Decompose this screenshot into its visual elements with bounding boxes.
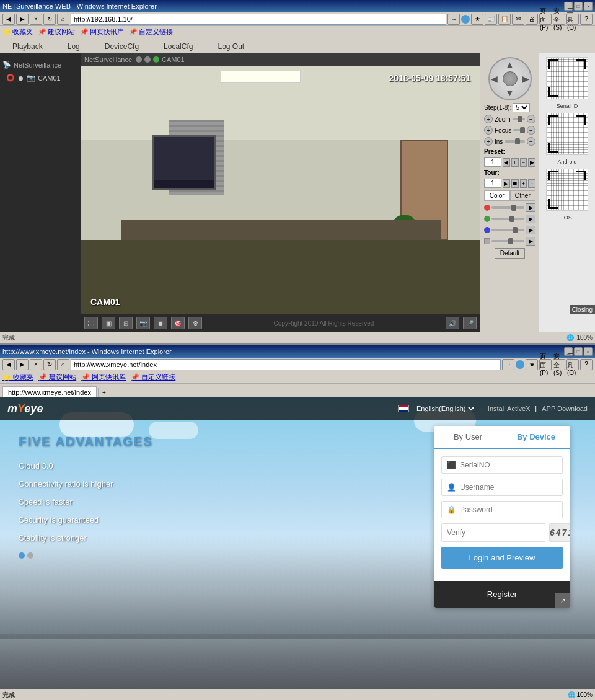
feeds-icon[interactable]: 📰 [485, 14, 497, 25]
home-btn[interactable]: ⌂ [57, 14, 69, 25]
ptz-btn[interactable]: 🎯 [171, 317, 185, 329]
bottom-custom-link[interactable]: 📌 自定义链接 [131, 373, 175, 382]
refresh-btn[interactable]: ↻ [43, 14, 56, 25]
bottom-refresh-btn[interactable]: ↻ [43, 359, 56, 370]
bottom-new-tab-btn[interactable]: + [98, 388, 110, 397]
logout-menu[interactable]: Log Out [205, 41, 257, 52]
pause-indicator[interactable] [144, 56, 151, 63]
serial-input[interactable] [460, 461, 557, 469]
tour-play-btn[interactable]: ▶ [503, 179, 510, 188]
snapshot-btn[interactable]: 📷 [136, 317, 150, 329]
username-input[interactable] [460, 483, 557, 492]
color-slider-3[interactable] [491, 229, 524, 231]
go-btn[interactable]: → [447, 14, 460, 25]
bottom-forward-btn[interactable]: ▶ [16, 359, 29, 370]
record-btn[interactable]: ⏺ [154, 317, 167, 329]
tab-by-user[interactable]: By User [434, 426, 502, 448]
suggest-link[interactable]: 📌 建议网站 [38, 27, 75, 37]
bottom-tools-btn[interactable]: 工具(O) [566, 359, 579, 370]
preset-go-btn[interactable]: ▶ [528, 158, 536, 167]
tab-by-device[interactable]: By Device [502, 426, 570, 449]
color-tab-other[interactable]: Other [510, 190, 536, 201]
layout4-btn[interactable]: ⊞ [119, 317, 133, 329]
devicecfg-menu[interactable]: DeviceCfg [92, 41, 151, 52]
ins-slider[interactable] [505, 140, 525, 143]
custom-link[interactable]: 📌 自定义链接 [129, 27, 173, 37]
bottom-suggest-link[interactable]: 📌 建议网站 [38, 373, 76, 382]
forward-btn[interactable]: ▶ [16, 14, 29, 25]
back-btn[interactable]: ◀ [2, 14, 15, 25]
favorites-icon[interactable]: ★ [471, 14, 483, 25]
color-slider-1[interactable] [491, 206, 524, 209]
tour-add-btn[interactable]: + [520, 179, 527, 188]
tour-num-input[interactable] [484, 179, 501, 188]
color-1-right-btn[interactable]: ▶ [526, 203, 536, 212]
adv-dot-2[interactable] [27, 552, 33, 559]
ptz-down-arrow[interactable]: ▼ [506, 88, 514, 98]
ins-minus-btn[interactable]: − [527, 137, 536, 146]
preset-add-btn[interactable]: + [511, 158, 519, 167]
tour-stop-btn[interactable]: ⏹ [511, 179, 519, 188]
color-slider-4[interactable] [491, 240, 524, 242]
top-address-bar[interactable] [71, 14, 446, 25]
print-icon[interactable]: 🖨 [526, 14, 538, 25]
bottom-go-btn[interactable]: → [502, 359, 514, 370]
fullscreen-btn[interactable]: ⛶ [84, 317, 98, 329]
adv-dot-1[interactable] [19, 552, 25, 559]
mic-btn[interactable]: 🎤 [463, 317, 477, 329]
bottom-safety-btn[interactable]: 安全(S) [553, 359, 565, 370]
play-indicator[interactable] [153, 56, 159, 63]
zoom-minus-btn[interactable]: − [527, 115, 536, 123]
color-slider-2[interactable] [491, 218, 524, 220]
bottom-help-btn[interactable]: ? [580, 359, 593, 370]
language-select[interactable]: English(English) [414, 404, 476, 413]
page-btn[interactable]: 页面(P) [539, 14, 552, 25]
bottom-favorites-menu[interactable]: ⭐ 收藏夹 [2, 373, 33, 382]
login-button[interactable]: Login and Preview [441, 547, 563, 569]
ins-plus-btn[interactable]: + [484, 137, 493, 146]
close-btn[interactable]: × [584, 2, 593, 11]
color-2-right-btn[interactable]: ▶ [526, 215, 536, 223]
help-btn[interactable]: ? [580, 14, 593, 25]
default-btn[interactable]: Default [495, 248, 526, 259]
zoom-plus-btn[interactable]: + [484, 115, 493, 123]
stop-btn[interactable]: × [30, 14, 42, 25]
verify-input[interactable] [441, 523, 545, 542]
preset-del-btn[interactable]: − [520, 158, 527, 167]
app-download-link[interactable]: APP Download [542, 405, 588, 412]
tools-btn[interactable]: 工具(O) [566, 14, 579, 25]
bottom-stop-btn[interactable]: × [30, 359, 42, 370]
ptz-right-arrow[interactable]: ▶ [522, 74, 529, 84]
bottom-close-btn[interactable]: × [584, 347, 593, 356]
bottom-address-bar[interactable] [71, 359, 501, 370]
config-btn[interactable]: ⚙ [188, 317, 202, 329]
ptz-joystick[interactable]: ▲ ▼ ◀ ▶ [488, 57, 532, 100]
volume-btn[interactable]: 🔊 [446, 317, 459, 329]
install-activex-link[interactable]: Install ActiveX [488, 405, 530, 412]
favorites-menu[interactable]: ⭐ 收藏夹 [2, 27, 33, 37]
bottom-back-btn[interactable]: ◀ [2, 359, 15, 370]
register-btn[interactable]: Register [434, 581, 570, 608]
zoom-slider[interactable] [513, 118, 525, 120]
focus-minus-btn[interactable]: − [527, 126, 536, 135]
email-icon[interactable]: ✉ [512, 14, 524, 25]
ptz-up-arrow[interactable]: ▲ [506, 60, 514, 69]
color-4-right-btn[interactable]: ▶ [526, 237, 536, 246]
focus-plus-btn[interactable]: + [484, 126, 493, 135]
cam01-item[interactable]: ⭕ ⏺ 📷 CAM01 [2, 71, 78, 84]
history-icon[interactable]: 📋 [498, 14, 511, 25]
tour-del-btn[interactable]: − [528, 179, 536, 188]
ptz-left-arrow[interactable]: ◀ [491, 74, 498, 84]
ptz-circle[interactable]: ▲ ▼ ◀ ▶ [488, 57, 532, 100]
color-3-right-btn[interactable]: ▶ [526, 226, 536, 234]
bottom-home-btn[interactable]: ⌂ [57, 359, 69, 370]
layout1-btn[interactable]: ▣ [102, 317, 115, 329]
captcha-box[interactable]: 6471 [549, 523, 570, 542]
preset-num-input[interactable] [484, 157, 501, 167]
bottom-favorites-btn[interactable]: ★ [526, 359, 538, 370]
ptz-center[interactable] [503, 71, 518, 86]
safety-btn[interactable]: 安全(S) [553, 14, 565, 25]
ptz-step-select[interactable]: 51234 [513, 103, 530, 112]
record-indicator[interactable] [136, 56, 142, 63]
news-link[interactable]: 📌 网页快讯库 [80, 27, 124, 37]
